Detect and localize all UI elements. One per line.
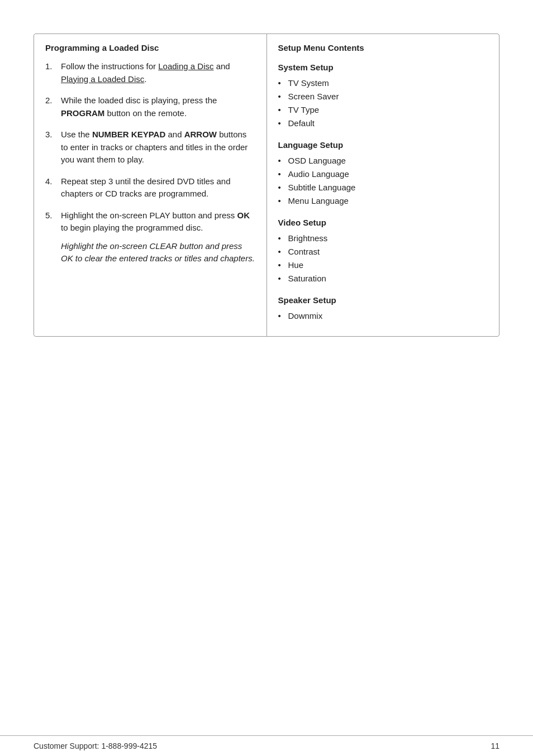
list-item-text: OSD Language (288, 154, 346, 168)
list-item-text: Brightness (288, 232, 328, 245)
section-video-setup-title: Video Setup (278, 218, 488, 227)
bullet-dot: • (278, 259, 288, 272)
list-item: 3. Use the NUMBER KEYPAD and ARROW butto… (45, 128, 255, 166)
list-item: •Screen Saver (278, 90, 488, 103)
list-item-text: TV Type (288, 103, 320, 117)
customer-support-text: Customer Support: 1-888-999-4215 (34, 741, 157, 750)
list-item-text: Screen Saver (288, 90, 339, 103)
left-column: Programming a Loaded Disc 1. Follow the … (34, 34, 267, 336)
list-item: •Subtitle Language (278, 181, 488, 194)
page-footer: Customer Support: 1-888-999-4215 11 (0, 735, 533, 756)
list-item-text: Default (288, 117, 315, 130)
list-item: •Menu Language (278, 194, 488, 208)
bullet-dot: • (278, 181, 288, 194)
link-playing-loaded-disc[interactable]: Playing a Loaded Disc (61, 74, 144, 84)
bullet-dot: • (278, 117, 288, 130)
bullet-dot: • (278, 245, 288, 259)
bullet-dot: • (278, 76, 288, 90)
list-item: 2. While the loaded disc is playing, pre… (45, 94, 255, 119)
step-content: Follow the instructions for Loading a Di… (61, 60, 255, 85)
page-number: 11 (491, 741, 499, 750)
step-content: Use the NUMBER KEYPAD and ARROW buttons … (61, 128, 255, 166)
main-content-box: Programming a Loaded Disc 1. Follow the … (34, 34, 499, 337)
step-content: Highlight the on-screen PLAY button and … (61, 209, 255, 265)
bullet-dot: • (278, 154, 288, 168)
section-system-setup-title: System Setup (278, 63, 488, 72)
left-col-title: Programming a Loaded Disc (45, 43, 255, 52)
list-item: 5. Highlight the on-screen PLAY button a… (45, 209, 255, 265)
list-item-text: Menu Language (288, 194, 349, 208)
video-setup-list: •Brightness •Contrast •Hue •Saturation (278, 232, 488, 285)
step-number: 3. (45, 128, 61, 166)
step-content: While the loaded disc is playing, press … (61, 94, 255, 119)
bullet-dot: • (278, 272, 288, 285)
list-item: •Saturation (278, 272, 488, 285)
list-item: •Audio Language (278, 168, 488, 181)
right-column: Setup Menu Contents System Setup •TV Sys… (267, 34, 499, 336)
section-speaker-setup-title: Speaker Setup (278, 295, 488, 305)
list-item: •Downmix (278, 309, 488, 323)
language-setup-list: •OSD Language •Audio Language •Subtitle … (278, 154, 488, 208)
bullet-dot: • (278, 168, 288, 181)
list-item-text: Audio Language (288, 168, 349, 181)
steps-list: 1. Follow the instructions for Loading a… (45, 60, 255, 265)
bullet-dot: • (278, 194, 288, 208)
system-setup-list: •TV System •Screen Saver •TV Type •Defau… (278, 76, 488, 130)
step-number: 5. (45, 209, 61, 265)
list-item-text: Downmix (288, 309, 323, 323)
list-item: 4. Repeat step 3 until the desired DVD t… (45, 175, 255, 200)
step-number: 2. (45, 94, 61, 119)
list-item-text: TV System (288, 76, 329, 90)
link-loading-disc[interactable]: Loading a Disc (158, 61, 213, 71)
bullet-dot: • (278, 309, 288, 323)
bullet-dot: • (278, 103, 288, 117)
bullet-dot: • (278, 90, 288, 103)
list-item: •Contrast (278, 245, 488, 259)
list-item: •OSD Language (278, 154, 488, 168)
list-item: •Default (278, 117, 488, 130)
italic-note: Highlight the on-screen CLEAR button and… (61, 240, 255, 265)
right-col-title: Setup Menu Contents (278, 43, 488, 52)
list-item-text: Contrast (288, 245, 320, 259)
step-number: 4. (45, 175, 61, 200)
list-item: •TV System (278, 76, 488, 90)
list-item-text: Hue (288, 259, 304, 272)
list-item-text: Saturation (288, 272, 326, 285)
list-item: •Brightness (278, 232, 488, 245)
section-language-setup-title: Language Setup (278, 140, 488, 150)
list-item: •Hue (278, 259, 488, 272)
list-item: •TV Type (278, 103, 488, 117)
bullet-dot: • (278, 232, 288, 245)
step-content: Repeat step 3 until the desired DVD titl… (61, 175, 255, 200)
list-item-text: Subtitle Language (288, 181, 356, 194)
list-item: 1. Follow the instructions for Loading a… (45, 60, 255, 85)
speaker-setup-list: •Downmix (278, 309, 488, 323)
step-number: 1. (45, 60, 61, 85)
